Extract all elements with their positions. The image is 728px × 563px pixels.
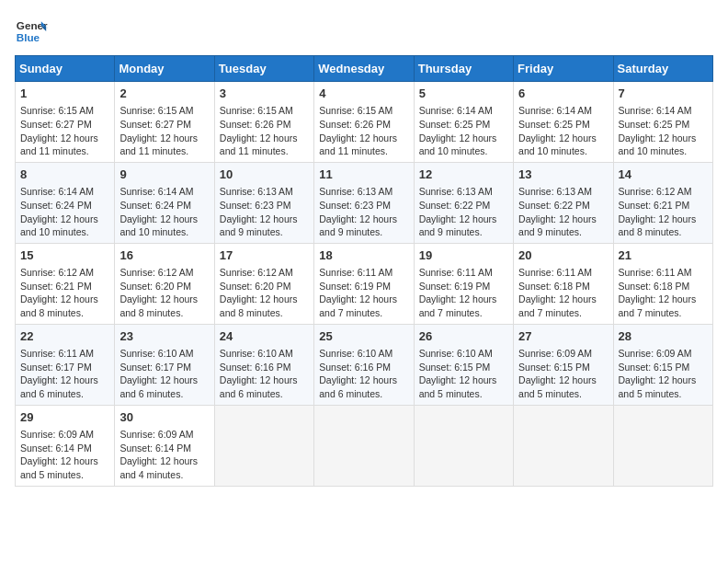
day-number: 27 (518, 328, 608, 345)
sunrise-label: Sunrise: 6:14 AM (419, 105, 493, 116)
daylight-label: Daylight: 12 hours and 11 minutes. (319, 132, 397, 157)
sunrise-label: Sunrise: 6:13 AM (419, 186, 493, 197)
day-number: 10 (220, 167, 309, 183)
sunrise-label: Sunrise: 6:15 AM (319, 105, 392, 116)
sunrise-label: Sunrise: 6:12 AM (619, 186, 692, 197)
calendar-cell: 30 Sunrise: 6:09 AM Sunset: 6:14 PM Dayl… (115, 405, 214, 486)
daylight-label: Daylight: 12 hours and 9 minutes. (518, 213, 597, 238)
calendar-cell: 4 Sunrise: 6:15 AM Sunset: 6:26 PM Dayli… (314, 82, 414, 163)
sunset-label: Sunset: 6:15 PM (518, 362, 590, 373)
day-number: 11 (319, 167, 408, 183)
calendar-cell: 6 Sunrise: 6:14 AM Sunset: 6:25 PM Dayli… (514, 82, 613, 163)
daylight-label: Daylight: 12 hours and 4 minutes. (119, 455, 198, 480)
sunrise-label: Sunrise: 6:09 AM (20, 429, 94, 440)
calendar-cell: 12 Sunrise: 6:13 AM Sunset: 6:22 PM Dayl… (414, 162, 513, 243)
day-number: 26 (419, 328, 508, 345)
sunset-label: Sunset: 6:24 PM (20, 200, 92, 211)
daylight-label: Daylight: 12 hours and 6 minutes. (119, 374, 198, 399)
col-header-monday: Monday (115, 56, 214, 82)
col-header-thursday: Thursday (414, 56, 513, 82)
calendar-cell: 11 Sunrise: 6:13 AM Sunset: 6:23 PM Dayl… (314, 162, 414, 243)
sunset-label: Sunset: 6:16 PM (220, 362, 291, 373)
sunrise-label: Sunrise: 6:09 AM (119, 429, 193, 440)
sunset-label: Sunset: 6:23 PM (220, 200, 291, 211)
sunrise-label: Sunrise: 6:15 AM (220, 105, 293, 116)
sunrise-label: Sunrise: 6:10 AM (220, 348, 293, 359)
daylight-label: Daylight: 12 hours and 5 minutes. (20, 455, 98, 480)
calendar-cell: 28 Sunrise: 6:09 AM Sunset: 6:15 PM Dayl… (613, 324, 712, 405)
daylight-label: Daylight: 12 hours and 8 minutes. (220, 293, 298, 318)
calendar-cell: 1 Sunrise: 6:15 AM Sunset: 6:27 PM Dayli… (16, 82, 115, 163)
calendar-week-row: 22 Sunrise: 6:11 AM Sunset: 6:17 PM Dayl… (16, 324, 713, 405)
sunset-label: Sunset: 6:19 PM (319, 281, 391, 292)
calendar-cell (613, 405, 712, 486)
calendar-week-row: 8 Sunrise: 6:14 AM Sunset: 6:24 PM Dayli… (16, 162, 713, 243)
daylight-label: Daylight: 12 hours and 9 minutes. (319, 213, 397, 238)
daylight-label: Daylight: 12 hours and 5 minutes. (518, 374, 597, 399)
col-header-wednesday: Wednesday (314, 56, 414, 82)
sunset-label: Sunset: 6:25 PM (619, 119, 690, 130)
sunrise-label: Sunrise: 6:11 AM (419, 267, 493, 278)
sunset-label: Sunset: 6:25 PM (419, 119, 491, 130)
calendar-cell: 27 Sunrise: 6:09 AM Sunset: 6:15 PM Dayl… (514, 324, 613, 405)
sunrise-label: Sunrise: 6:13 AM (319, 186, 392, 197)
day-number: 7 (619, 86, 708, 102)
col-header-saturday: Saturday (613, 56, 712, 82)
calendar-cell: 9 Sunrise: 6:14 AM Sunset: 6:24 PM Dayli… (115, 162, 214, 243)
sunset-label: Sunset: 6:23 PM (319, 200, 391, 211)
calendar-cell (214, 405, 313, 486)
sunrise-label: Sunrise: 6:10 AM (319, 348, 392, 359)
day-number: 15 (20, 247, 109, 264)
day-number: 29 (20, 409, 109, 426)
daylight-label: Daylight: 12 hours and 10 minutes. (119, 213, 198, 238)
day-number: 18 (319, 247, 408, 264)
sunrise-label: Sunrise: 6:11 AM (319, 267, 392, 278)
daylight-label: Daylight: 12 hours and 8 minutes. (119, 293, 198, 318)
sunset-label: Sunset: 6:21 PM (619, 200, 690, 211)
sunrise-label: Sunrise: 6:14 AM (119, 186, 193, 197)
daylight-label: Daylight: 12 hours and 5 minutes. (619, 374, 697, 399)
day-number: 5 (419, 86, 508, 102)
sunset-label: Sunset: 6:19 PM (419, 281, 491, 292)
day-number: 9 (119, 167, 209, 183)
day-number: 21 (619, 247, 708, 264)
page-header: General Blue (15, 15, 713, 48)
daylight-label: Daylight: 12 hours and 5 minutes. (419, 374, 497, 399)
daylight-label: Daylight: 12 hours and 9 minutes. (220, 213, 298, 238)
daylight-label: Daylight: 12 hours and 8 minutes. (619, 213, 697, 238)
sunset-label: Sunset: 6:15 PM (419, 362, 491, 373)
calendar-cell (314, 405, 414, 486)
calendar-cell: 18 Sunrise: 6:11 AM Sunset: 6:19 PM Dayl… (314, 243, 414, 324)
calendar-cell: 13 Sunrise: 6:13 AM Sunset: 6:22 PM Dayl… (514, 162, 613, 243)
sunrise-label: Sunrise: 6:15 AM (20, 105, 94, 116)
daylight-label: Daylight: 12 hours and 10 minutes. (419, 132, 497, 157)
day-number: 12 (419, 167, 508, 183)
day-number: 17 (220, 247, 309, 264)
sunset-label: Sunset: 6:26 PM (319, 119, 391, 130)
calendar-week-row: 29 Sunrise: 6:09 AM Sunset: 6:14 PM Dayl… (16, 405, 713, 486)
day-number: 19 (419, 247, 508, 264)
day-number: 6 (518, 86, 608, 102)
sunset-label: Sunset: 6:16 PM (319, 362, 391, 373)
sunrise-label: Sunrise: 6:13 AM (518, 186, 592, 197)
calendar-cell: 29 Sunrise: 6:09 AM Sunset: 6:14 PM Dayl… (16, 405, 115, 486)
sunset-label: Sunset: 6:17 PM (119, 362, 191, 373)
daylight-label: Daylight: 12 hours and 11 minutes. (220, 132, 298, 157)
daylight-label: Daylight: 12 hours and 6 minutes. (319, 374, 397, 399)
day-number: 22 (20, 328, 109, 345)
sunrise-label: Sunrise: 6:12 AM (220, 267, 293, 278)
sunset-label: Sunset: 6:22 PM (518, 200, 590, 211)
daylight-label: Daylight: 12 hours and 10 minutes. (619, 132, 697, 157)
logo-icon: General Blue (15, 15, 48, 48)
day-number: 8 (20, 167, 109, 183)
sunrise-label: Sunrise: 6:14 AM (518, 105, 592, 116)
calendar-cell: 21 Sunrise: 6:11 AM Sunset: 6:18 PM Dayl… (613, 243, 712, 324)
calendar-cell: 8 Sunrise: 6:14 AM Sunset: 6:24 PM Dayli… (16, 162, 115, 243)
daylight-label: Daylight: 12 hours and 11 minutes. (119, 132, 198, 157)
day-number: 30 (119, 409, 209, 426)
sunset-label: Sunset: 6:21 PM (20, 281, 92, 292)
sunset-label: Sunset: 6:20 PM (220, 281, 291, 292)
calendar-cell: 24 Sunrise: 6:10 AM Sunset: 6:16 PM Dayl… (214, 324, 313, 405)
calendar-cell: 19 Sunrise: 6:11 AM Sunset: 6:19 PM Dayl… (414, 243, 513, 324)
daylight-label: Daylight: 12 hours and 7 minutes. (419, 293, 497, 318)
